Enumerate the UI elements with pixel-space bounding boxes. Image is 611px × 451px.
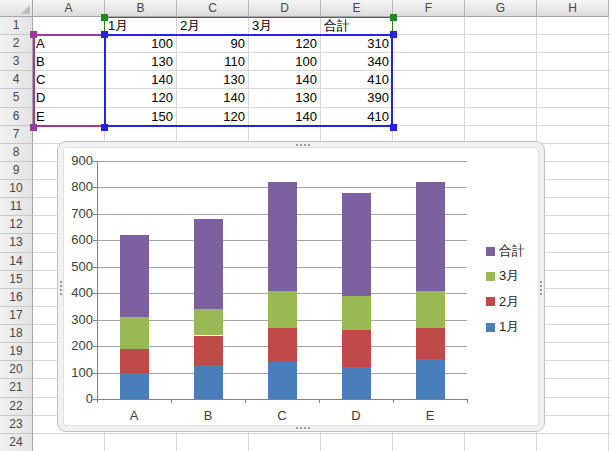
bar-segment-2月-E[interactable] [416,328,445,360]
row-header-9[interactable]: 9 [0,162,33,180]
row-header-1[interactable]: 1 [0,17,33,35]
row-header-13[interactable]: 13 [0,234,33,252]
col-header-E[interactable]: E [321,0,393,17]
row-header-17[interactable]: 17 [0,307,33,325]
row-header-18[interactable]: 18 [0,325,33,343]
y-axis-tick-label[interactable]: 0 [59,392,93,406]
row-header-20[interactable]: 20 [0,361,33,379]
row-header-12[interactable]: 12 [0,216,33,234]
bar-segment-2月-D[interactable] [342,330,371,367]
row-header-7[interactable]: 7 [0,126,33,144]
row-header-11[interactable]: 11 [0,198,33,216]
row-header-8[interactable]: 8 [0,144,33,162]
y-axis-tick-label[interactable]: 200 [59,339,93,353]
row-header-14[interactable]: 14 [0,253,33,271]
row-header-23[interactable]: 23 [0,416,33,434]
bar-segment-合計-B[interactable] [194,219,223,309]
range-handle[interactable] [390,31,397,38]
range-handle[interactable] [101,31,108,38]
chart-grip-left[interactable] [60,281,62,295]
bar-segment-3月-D[interactable] [342,296,371,330]
bar-segment-2月-C[interactable] [268,328,297,362]
select-all-button[interactable] [0,0,33,17]
range-handle[interactable] [390,124,397,131]
y-axis-tick-label[interactable]: 700 [59,207,93,221]
x-category-label[interactable]: E [393,408,467,423]
x-axis-tick [97,399,98,403]
bar-segment-1月-A[interactable] [120,373,149,399]
range-handle[interactable] [101,124,108,131]
col-header-G[interactable]: G [465,0,537,17]
x-axis-tick [319,399,320,403]
y-axis-tick-label[interactable]: 800 [59,180,93,194]
legend-label: 合計 [499,243,525,259]
col-header-C[interactable]: C [177,0,249,17]
y-axis-tick-label[interactable]: 100 [59,366,93,380]
excel-worksheet: ABCDEFGH 1234567891011121314151617181920… [0,0,611,451]
bar-segment-合計-C[interactable] [268,182,297,290]
row-header-6[interactable]: 6 [0,108,33,126]
bar-segment-1月-E[interactable] [416,359,445,399]
bar-segment-3月-E[interactable] [416,291,445,328]
row-header-21[interactable]: 21 [0,379,33,397]
row-header-5[interactable]: 5 [0,89,33,107]
y-axis-tick-label[interactable]: 900 [59,154,93,168]
col-header-H[interactable]: H [537,0,609,17]
range-handle[interactable] [390,14,397,21]
chart-area[interactable]: 0100200300400500600700800900ABCDE 合計3月2月… [57,141,545,432]
bar-segment-3月-B[interactable] [194,309,223,335]
legend-item-3月[interactable]: 3月 [486,268,519,284]
range-handle[interactable] [101,14,108,21]
bar-segment-1月-B[interactable] [194,365,223,399]
bar-segment-2月-A[interactable] [120,349,149,373]
legend-marker-icon [486,272,495,281]
chart-grip-bottom[interactable] [296,427,310,429]
y-axis-tick-label[interactable]: 500 [59,260,93,274]
bar-segment-合計-A[interactable] [120,235,149,317]
row-header-16[interactable]: 16 [0,289,33,307]
range-handle[interactable] [30,124,37,131]
col-header-D[interactable]: D [249,0,321,17]
x-axis-tick [171,399,172,403]
row-header-10[interactable]: 10 [0,180,33,198]
x-axis-tick [467,399,468,403]
row-header-24[interactable]: 24 [0,434,33,451]
col-header-A[interactable]: A [33,0,105,17]
legend-label: 2月 [499,294,519,310]
bar-segment-合計-E[interactable] [416,182,445,290]
row-header-22[interactable]: 22 [0,398,33,416]
y-axis-tick-label[interactable]: 600 [59,233,93,247]
y-axis-line [97,161,98,403]
range-handle[interactable] [30,31,37,38]
col-header-F[interactable]: F [393,0,465,17]
row-header-19[interactable]: 19 [0,343,33,361]
range-highlight-values-range[interactable] [104,34,393,127]
legend-marker-icon [486,247,495,256]
chart-grip-right[interactable] [540,281,542,295]
bar-segment-1月-C[interactable] [268,362,297,399]
x-category-label[interactable]: C [245,408,319,423]
x-category-label[interactable]: B [171,408,245,423]
x-category-label[interactable]: D [319,408,393,423]
legend-marker-icon [486,323,495,332]
row-header-2[interactable]: 2 [0,35,33,53]
range-highlight-categories-range[interactable] [33,34,106,127]
bar-segment-2月-B[interactable] [194,336,223,365]
bar-segment-3月-C[interactable] [268,291,297,328]
col-header-B[interactable]: B [105,0,177,17]
row-header-3[interactable]: 3 [0,53,33,71]
x-category-label[interactable]: A [97,408,171,423]
y-axis-tick-label[interactable]: 400 [59,286,93,300]
chart-grip-top[interactable] [296,144,310,146]
bar-segment-3月-A[interactable] [120,317,149,349]
bar-segment-合計-D[interactable] [342,193,371,296]
row-header-4[interactable]: 4 [0,71,33,89]
y-axis-tick-label[interactable]: 300 [59,313,93,327]
row-header-15[interactable]: 15 [0,271,33,289]
x-axis-tick [245,399,246,403]
bar-segment-1月-D[interactable] [342,367,371,399]
legend-item-2月[interactable]: 2月 [486,294,519,310]
legend-item-合計[interactable]: 合計 [486,243,525,259]
x-axis-tick [393,399,394,403]
legend-item-1月[interactable]: 1月 [486,319,519,335]
